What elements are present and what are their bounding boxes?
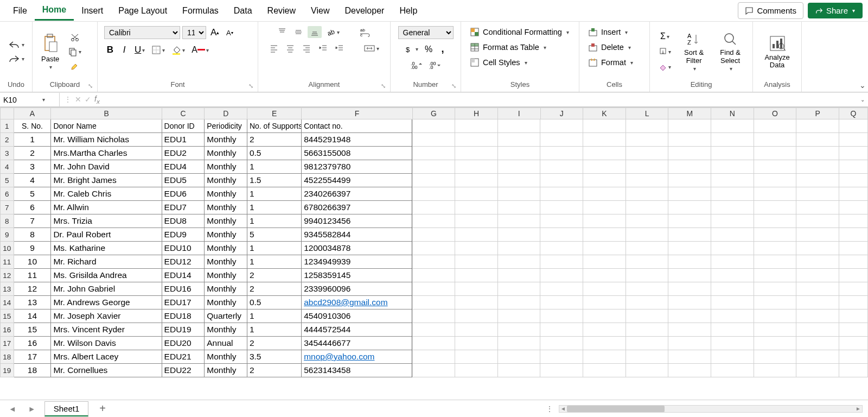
cell[interactable]: mnop@yahoo.com bbox=[302, 350, 412, 364]
row-header[interactable]: 9 bbox=[0, 228, 14, 242]
cell[interactable] bbox=[839, 228, 868, 242]
cell[interactable] bbox=[498, 214, 541, 228]
cell[interactable] bbox=[498, 187, 541, 201]
cell[interactable]: Monthly bbox=[205, 160, 247, 174]
cell[interactable] bbox=[455, 228, 498, 242]
col-header-L[interactable]: L bbox=[626, 108, 669, 119]
horizontal-scrollbar[interactable]: ◄ ► bbox=[559, 405, 863, 413]
cell[interactable]: Mr. William Nicholas bbox=[51, 133, 162, 147]
fx-icon[interactable]: fx bbox=[94, 94, 100, 105]
cell[interactable] bbox=[626, 337, 669, 350]
sort-filter-button[interactable]: AZ Sort & Filter▾ bbox=[678, 29, 710, 74]
cell[interactable] bbox=[626, 350, 669, 364]
cell[interactable]: 1 bbox=[247, 242, 302, 255]
cell[interactable] bbox=[754, 147, 797, 160]
cell[interactable] bbox=[583, 147, 626, 160]
col-header-A[interactable]: A bbox=[14, 108, 52, 119]
menu-page-layout[interactable]: Page Layout bbox=[111, 2, 175, 20]
cell-styles-button[interactable]: Cell Styles▾ bbox=[468, 56, 529, 68]
cell[interactable] bbox=[839, 323, 868, 337]
menu-formulas[interactable]: Formulas bbox=[175, 2, 226, 20]
row-header[interactable]: 13 bbox=[0, 282, 14, 296]
cell[interactable] bbox=[626, 174, 669, 187]
cell[interactable]: 17 bbox=[14, 350, 52, 364]
formula-expand-icon[interactable]: ⌄ bbox=[860, 97, 868, 103]
cell[interactable] bbox=[626, 160, 669, 174]
cell[interactable] bbox=[839, 160, 868, 174]
cell[interactable] bbox=[412, 337, 455, 350]
cell[interactable]: 3454446677 bbox=[302, 337, 412, 350]
cell[interactable] bbox=[540, 187, 583, 201]
cell[interactable] bbox=[668, 133, 711, 147]
cell[interactable]: EDU19 bbox=[162, 323, 205, 337]
cell[interactable] bbox=[540, 282, 583, 296]
fill-color-button[interactable]: ▾ bbox=[169, 44, 187, 56]
cell[interactable] bbox=[626, 255, 669, 269]
cancel-formula-icon[interactable]: ✕ bbox=[75, 95, 81, 104]
cell[interactable] bbox=[412, 242, 455, 255]
cell[interactable] bbox=[583, 255, 626, 269]
merge-center-button[interactable]: ▾ bbox=[361, 42, 381, 54]
decrease-indent-button[interactable] bbox=[316, 42, 330, 54]
cell[interactable] bbox=[455, 323, 498, 337]
cell[interactable] bbox=[668, 364, 711, 377]
cell[interactable]: Mr. Joseph Xavier bbox=[51, 309, 162, 323]
hyperlink[interactable]: abcd2908@gmail.com bbox=[304, 298, 387, 307]
cell[interactable] bbox=[412, 119, 455, 133]
analyze-data-button[interactable]: Analyze Data bbox=[757, 32, 797, 72]
accept-formula-icon[interactable]: ✓ bbox=[85, 95, 91, 104]
cell[interactable]: 11 bbox=[14, 269, 52, 282]
cell[interactable] bbox=[711, 350, 754, 364]
cell[interactable] bbox=[626, 364, 669, 377]
cell[interactable]: Dr. Paul Robert bbox=[51, 228, 162, 242]
cell[interactable]: 8445291948 bbox=[302, 133, 412, 147]
col-header-N[interactable]: N bbox=[711, 108, 754, 119]
sheet-nav-next[interactable]: ► bbox=[25, 405, 39, 413]
cell[interactable]: 4540910306 bbox=[302, 309, 412, 323]
cell[interactable] bbox=[754, 350, 797, 364]
font-launcher-icon[interactable]: ⤡ bbox=[248, 83, 253, 90]
cell[interactable]: Ms. Katharine bbox=[51, 242, 162, 255]
cell[interactable] bbox=[498, 242, 541, 255]
menu-insert[interactable]: Insert bbox=[74, 2, 111, 20]
align-right-button[interactable] bbox=[299, 42, 314, 54]
cell[interactable]: EDU14 bbox=[162, 269, 205, 282]
font-size-select[interactable]: 11 bbox=[182, 26, 206, 39]
row-header[interactable]: 6 bbox=[0, 187, 14, 201]
cell[interactable] bbox=[583, 364, 626, 377]
cell[interactable] bbox=[839, 269, 868, 282]
cell[interactable] bbox=[754, 187, 797, 201]
cell[interactable] bbox=[754, 201, 797, 214]
cell[interactable] bbox=[455, 364, 498, 377]
cell[interactable] bbox=[839, 133, 868, 147]
underline-button[interactable]: U▾ bbox=[132, 43, 147, 56]
cell[interactable] bbox=[412, 187, 455, 201]
row-header[interactable]: 1 bbox=[0, 119, 14, 133]
cell[interactable] bbox=[412, 228, 455, 242]
cell[interactable]: Monthly bbox=[205, 201, 247, 214]
cell[interactable] bbox=[498, 201, 541, 214]
cell[interactable]: EDU7 bbox=[162, 201, 205, 214]
cell[interactable] bbox=[412, 255, 455, 269]
cell[interactable] bbox=[498, 309, 541, 323]
cell[interactable]: 5 bbox=[247, 228, 302, 242]
cell[interactable] bbox=[711, 323, 754, 337]
cell[interactable] bbox=[668, 255, 711, 269]
cell[interactable] bbox=[668, 160, 711, 174]
menu-home[interactable]: Home bbox=[35, 1, 74, 21]
cell[interactable] bbox=[540, 337, 583, 350]
cell[interactable] bbox=[711, 133, 754, 147]
col-header-K[interactable]: K bbox=[583, 108, 626, 119]
cell[interactable] bbox=[412, 309, 455, 323]
cell[interactable]: 6780266397 bbox=[302, 201, 412, 214]
cell[interactable]: Monthly bbox=[205, 364, 247, 377]
align-bottom-button[interactable] bbox=[308, 26, 322, 38]
cell[interactable] bbox=[498, 364, 541, 377]
ribbon-collapse-icon[interactable]: ⌄ bbox=[859, 81, 866, 90]
cell[interactable] bbox=[711, 309, 754, 323]
cell[interactable] bbox=[626, 269, 669, 282]
cell[interactable] bbox=[455, 337, 498, 350]
cell[interactable] bbox=[626, 201, 669, 214]
cell[interactable]: Donor ID bbox=[162, 119, 205, 133]
cell[interactable]: 4444572544 bbox=[302, 323, 412, 337]
